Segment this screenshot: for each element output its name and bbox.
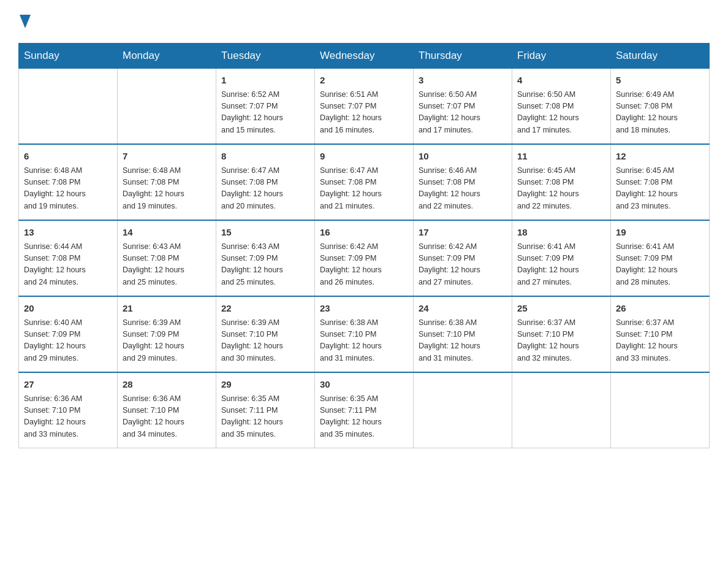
day-number: 12 — [616, 150, 704, 164]
day-number: 20 — [24, 302, 112, 316]
day-info: Sunrise: 6:37 AM Sunset: 7:10 PM Dayligh… — [616, 317, 704, 365]
day-info: Sunrise: 6:47 AM Sunset: 7:08 PM Dayligh… — [221, 165, 309, 213]
calendar-week-row: 6Sunrise: 6:48 AM Sunset: 7:08 PM Daylig… — [19, 144, 710, 220]
calendar-week-row: 20Sunrise: 6:40 AM Sunset: 7:09 PM Dayli… — [19, 296, 710, 372]
calendar-week-row: 1Sunrise: 6:52 AM Sunset: 7:07 PM Daylig… — [19, 69, 710, 145]
day-number: 15 — [221, 226, 309, 240]
day-number: 23 — [320, 302, 408, 316]
day-number: 2 — [320, 74, 408, 88]
day-info: Sunrise: 6:51 AM Sunset: 7:07 PM Dayligh… — [320, 89, 408, 137]
calendar-cell: 9Sunrise: 6:47 AM Sunset: 7:08 PM Daylig… — [315, 144, 414, 220]
day-info: Sunrise: 6:39 AM Sunset: 7:09 PM Dayligh… — [123, 317, 211, 365]
calendar-cell: 20Sunrise: 6:40 AM Sunset: 7:09 PM Dayli… — [19, 296, 118, 372]
calendar-table: SundayMondayTuesdayWednesdayThursdayFrid… — [18, 43, 710, 448]
day-number: 17 — [419, 226, 507, 240]
svg-marker-0 — [20, 15, 31, 28]
calendar-week-row: 13Sunrise: 6:44 AM Sunset: 7:08 PM Dayli… — [19, 220, 710, 296]
day-info: Sunrise: 6:47 AM Sunset: 7:08 PM Dayligh… — [320, 165, 408, 213]
day-number: 19 — [616, 226, 704, 240]
calendar-cell: 19Sunrise: 6:41 AM Sunset: 7:09 PM Dayli… — [611, 220, 710, 296]
day-number: 9 — [320, 150, 408, 164]
day-info: Sunrise: 6:50 AM Sunset: 7:07 PM Dayligh… — [419, 89, 507, 137]
day-info: Sunrise: 6:50 AM Sunset: 7:08 PM Dayligh… — [517, 89, 605, 137]
calendar-cell: 12Sunrise: 6:45 AM Sunset: 7:08 PM Dayli… — [611, 144, 710, 220]
day-info: Sunrise: 6:38 AM Sunset: 7:10 PM Dayligh… — [419, 317, 507, 365]
calendar-cell: 16Sunrise: 6:42 AM Sunset: 7:09 PM Dayli… — [315, 220, 414, 296]
calendar-cell: 23Sunrise: 6:38 AM Sunset: 7:10 PM Dayli… — [315, 296, 414, 372]
day-info: Sunrise: 6:41 AM Sunset: 7:09 PM Dayligh… — [517, 241, 605, 289]
day-info: Sunrise: 6:39 AM Sunset: 7:10 PM Dayligh… — [221, 317, 309, 365]
day-info: Sunrise: 6:52 AM Sunset: 7:07 PM Dayligh… — [221, 89, 309, 137]
calendar-header-saturday: Saturday — [611, 44, 710, 69]
day-info: Sunrise: 6:48 AM Sunset: 7:08 PM Dayligh… — [24, 165, 112, 213]
day-number: 21 — [123, 302, 211, 316]
calendar-cell — [512, 372, 611, 448]
calendar-cell — [414, 372, 512, 448]
day-info: Sunrise: 6:37 AM Sunset: 7:10 PM Dayligh… — [517, 317, 605, 365]
calendar-cell: 22Sunrise: 6:39 AM Sunset: 7:10 PM Dayli… — [216, 296, 315, 372]
logo — [18, 12, 31, 31]
calendar-cell: 14Sunrise: 6:43 AM Sunset: 7:08 PM Dayli… — [118, 220, 216, 296]
day-info: Sunrise: 6:45 AM Sunset: 7:08 PM Dayligh… — [517, 165, 605, 213]
calendar-cell: 2Sunrise: 6:51 AM Sunset: 7:07 PM Daylig… — [315, 69, 414, 145]
day-info: Sunrise: 6:49 AM Sunset: 7:08 PM Dayligh… — [616, 89, 704, 137]
calendar-header-wednesday: Wednesday — [315, 44, 414, 69]
day-info: Sunrise: 6:43 AM Sunset: 7:09 PM Dayligh… — [221, 241, 309, 289]
calendar-cell: 21Sunrise: 6:39 AM Sunset: 7:09 PM Dayli… — [118, 296, 216, 372]
day-number: 24 — [419, 302, 507, 316]
calendar-cell: 10Sunrise: 6:46 AM Sunset: 7:08 PM Dayli… — [414, 144, 512, 220]
day-info: Sunrise: 6:35 AM Sunset: 7:11 PM Dayligh… — [221, 393, 309, 441]
calendar-cell: 13Sunrise: 6:44 AM Sunset: 7:08 PM Dayli… — [19, 220, 118, 296]
calendar-header-tuesday: Tuesday — [216, 44, 315, 69]
day-number: 25 — [517, 302, 605, 316]
calendar-cell: 11Sunrise: 6:45 AM Sunset: 7:08 PM Dayli… — [512, 144, 611, 220]
day-info: Sunrise: 6:36 AM Sunset: 7:10 PM Dayligh… — [123, 393, 211, 441]
calendar-cell — [118, 69, 216, 145]
day-number: 14 — [123, 226, 211, 240]
calendar-cell: 17Sunrise: 6:42 AM Sunset: 7:09 PM Dayli… — [414, 220, 512, 296]
day-info: Sunrise: 6:42 AM Sunset: 7:09 PM Dayligh… — [320, 241, 408, 289]
day-info: Sunrise: 6:36 AM Sunset: 7:10 PM Dayligh… — [24, 393, 112, 441]
calendar-cell: 8Sunrise: 6:47 AM Sunset: 7:08 PM Daylig… — [216, 144, 315, 220]
calendar-cell: 28Sunrise: 6:36 AM Sunset: 7:10 PM Dayli… — [118, 372, 216, 448]
day-info: Sunrise: 6:35 AM Sunset: 7:11 PM Dayligh… — [320, 393, 408, 441]
day-number: 10 — [419, 150, 507, 164]
day-number: 18 — [517, 226, 605, 240]
calendar-cell: 15Sunrise: 6:43 AM Sunset: 7:09 PM Dayli… — [216, 220, 315, 296]
page-header — [18, 12, 710, 31]
day-number: 13 — [24, 226, 112, 240]
calendar-cell — [611, 372, 710, 448]
day-number: 29 — [221, 378, 309, 392]
day-number: 22 — [221, 302, 309, 316]
calendar-cell: 5Sunrise: 6:49 AM Sunset: 7:08 PM Daylig… — [611, 69, 710, 145]
day-number: 7 — [123, 150, 211, 164]
calendar-cell: 6Sunrise: 6:48 AM Sunset: 7:08 PM Daylig… — [19, 144, 118, 220]
calendar-cell: 24Sunrise: 6:38 AM Sunset: 7:10 PM Dayli… — [414, 296, 512, 372]
calendar-cell: 18Sunrise: 6:41 AM Sunset: 7:09 PM Dayli… — [512, 220, 611, 296]
day-number: 16 — [320, 226, 408, 240]
day-number: 11 — [517, 150, 605, 164]
calendar-cell — [19, 69, 118, 145]
calendar-header-thursday: Thursday — [414, 44, 512, 69]
calendar-cell: 30Sunrise: 6:35 AM Sunset: 7:11 PM Dayli… — [315, 372, 414, 448]
day-number: 26 — [616, 302, 704, 316]
day-info: Sunrise: 6:46 AM Sunset: 7:08 PM Dayligh… — [419, 165, 507, 213]
day-info: Sunrise: 6:42 AM Sunset: 7:09 PM Dayligh… — [419, 241, 507, 289]
logo-triangle-icon — [20, 15, 31, 28]
day-info: Sunrise: 6:48 AM Sunset: 7:08 PM Dayligh… — [123, 165, 211, 213]
calendar-week-row: 27Sunrise: 6:36 AM Sunset: 7:10 PM Dayli… — [19, 372, 710, 448]
day-number: 1 — [221, 74, 309, 88]
calendar-cell: 1Sunrise: 6:52 AM Sunset: 7:07 PM Daylig… — [216, 69, 315, 145]
calendar-cell: 4Sunrise: 6:50 AM Sunset: 7:08 PM Daylig… — [512, 69, 611, 145]
calendar-cell: 3Sunrise: 6:50 AM Sunset: 7:07 PM Daylig… — [414, 69, 512, 145]
day-number: 27 — [24, 378, 112, 392]
calendar-cell: 25Sunrise: 6:37 AM Sunset: 7:10 PM Dayli… — [512, 296, 611, 372]
day-number: 8 — [221, 150, 309, 164]
calendar-cell: 27Sunrise: 6:36 AM Sunset: 7:10 PM Dayli… — [19, 372, 118, 448]
day-info: Sunrise: 6:41 AM Sunset: 7:09 PM Dayligh… — [616, 241, 704, 289]
calendar-header-monday: Monday — [118, 44, 216, 69]
calendar-header-row: SundayMondayTuesdayWednesdayThursdayFrid… — [19, 44, 710, 69]
day-number: 30 — [320, 378, 408, 392]
day-number: 3 — [419, 74, 507, 88]
day-info: Sunrise: 6:40 AM Sunset: 7:09 PM Dayligh… — [24, 317, 112, 365]
